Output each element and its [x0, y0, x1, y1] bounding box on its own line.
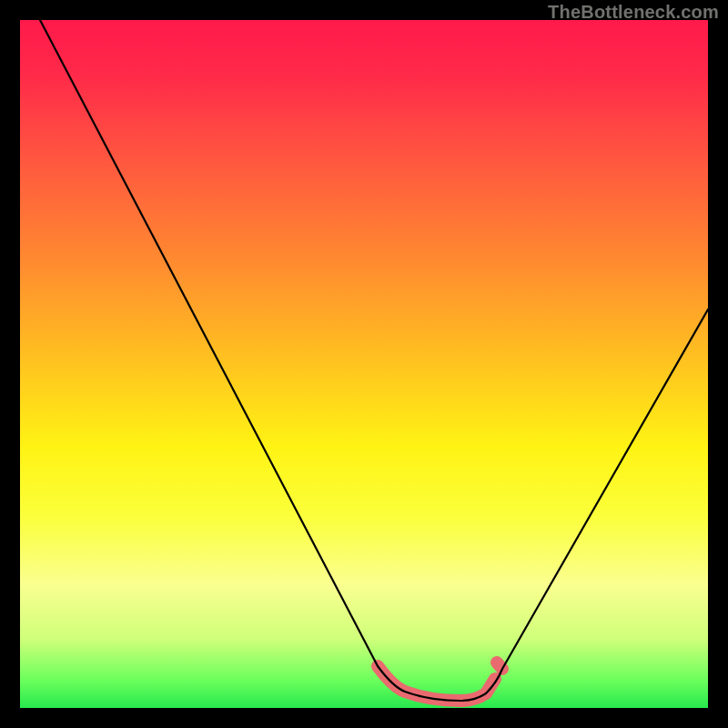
chart-svg: [20, 20, 708, 708]
watermark-text: TheBottleneck.com: [548, 2, 719, 23]
chart-frame: TheBottleneck.com: [0, 0, 728, 728]
bottleneck-curve: [40, 20, 708, 701]
